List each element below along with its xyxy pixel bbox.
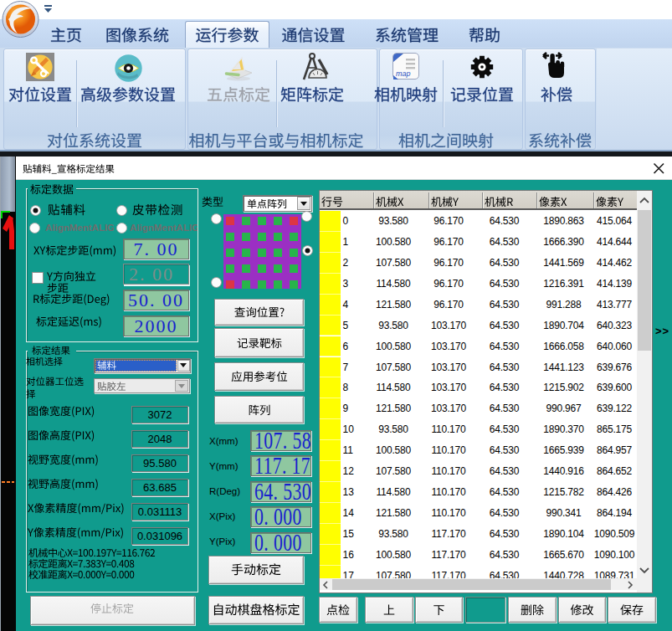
svg-text:map: map bbox=[396, 69, 411, 78]
